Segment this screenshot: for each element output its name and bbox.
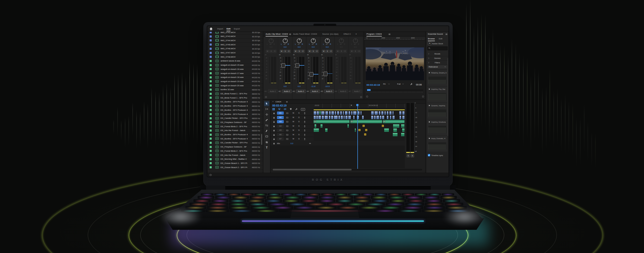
keyboard-key[interactable] <box>281 193 294 195</box>
audio-clip[interactable] <box>353 111 356 115</box>
keyboard-key[interactable] <box>211 199 228 202</box>
keyboard-key[interactable] <box>424 206 445 209</box>
track-mute-button[interactable]: M <box>293 112 294 114</box>
audio-clip[interactable] <box>389 111 391 115</box>
mixer-scroll-dot-left[interactable] <box>265 96 267 98</box>
strip-s-button[interactable]: S <box>298 50 301 53</box>
es-track-card[interactable]: Inspiring, Emotiona <box>427 120 447 135</box>
keyboard-key[interactable] <box>442 193 454 195</box>
bin-item-name[interactable]: IMG_0747.MOV <box>221 52 236 54</box>
audio-clip[interactable] <box>371 111 374 115</box>
keyboard-key[interactable] <box>254 209 278 212</box>
bin-item-name[interactable]: ES_Bonfire - SFX Producer 4 <box>221 109 248 111</box>
keyboard-key[interactable] <box>354 199 371 202</box>
keyboard-key[interactable] <box>265 199 282 202</box>
hscroll-thumb[interactable] <box>273 169 352 170</box>
bin-row[interactable]: ES_Bonfire - SFX Producer 448000 Hz <box>208 104 263 108</box>
keyboard-key[interactable] <box>268 193 280 195</box>
keyboard-key[interactable] <box>229 199 246 202</box>
mic-icon[interactable] <box>304 138 306 140</box>
play-icon[interactable] <box>428 137 430 139</box>
bin-item-name[interactable]: seagull-on-beach 17.wav <box>221 72 244 75</box>
bin-row[interactable]: ES_Candle Flicker - SFX Pro48000 Hz <box>208 141 263 145</box>
play-icon[interactable] <box>428 104 430 107</box>
strip-o-button[interactable]: O <box>315 50 319 53</box>
fit-icon[interactable] <box>309 142 311 145</box>
keyboard-key[interactable] <box>346 203 365 206</box>
keyboard-key[interactable] <box>354 196 370 199</box>
bin-item-name[interactable]: ES_Into the Forest - Jakob <box>221 154 245 156</box>
bin-row[interactable]: ES_Bonfire - SFX Producer 448000 Hz <box>208 100 263 104</box>
track-target-button[interactable]: A6 <box>277 133 284 136</box>
pan-knob[interactable] <box>283 38 288 43</box>
audio-clip[interactable] <box>393 128 397 132</box>
program-ruler[interactable]: 0100020003000 <box>364 37 425 40</box>
bin-row[interactable]: IMG_0746.MOV60.00 fps <box>208 47 263 51</box>
linked-selection-icon[interactable] <box>284 108 286 110</box>
strip-m-button[interactable]: M <box>350 50 353 53</box>
audio-clip[interactable] <box>345 116 347 119</box>
strip-name-button[interactable]: Audio 2 <box>282 90 292 93</box>
keyboard-key[interactable] <box>190 203 208 206</box>
audio-clip[interactable] <box>343 111 344 115</box>
bin-row[interactable]: ES_Into the Forest - Jakob48000 Hz <box>208 153 263 157</box>
es-track-card[interactable]: Relaxing, Dreamy, A <box>427 70 447 86</box>
strip-m-button[interactable]: M <box>280 50 283 53</box>
audio-clip[interactable]: fx <box>358 128 360 132</box>
panel-menu-icon[interactable] <box>289 33 291 35</box>
bin-row[interactable]: ES_Morning Mist - Staffan C48000 Hz <box>208 157 263 162</box>
panel-menu-icon[interactable] <box>286 101 288 103</box>
track-lane-A5[interactable]: fxfx <box>314 128 405 133</box>
program-scrubber[interactable] <box>366 90 423 91</box>
bin-row[interactable]: IMG_0743.MOV60.00 fps <box>208 34 263 39</box>
bin-item-name[interactable]: IMG_0746.MOV <box>221 47 236 50</box>
keyboard-key[interactable] <box>366 203 385 206</box>
track-solo-button[interactable]: S <box>298 129 300 131</box>
sort-select[interactable]: Relevance <box>427 65 447 69</box>
track-mute-button[interactable]: M <box>293 129 294 131</box>
keyboard-key[interactable] <box>386 203 404 206</box>
playhead-line[interactable] <box>357 104 358 169</box>
fader-track[interactable] <box>339 57 340 84</box>
tool-type[interactable]: T <box>264 145 269 150</box>
audio-clip[interactable] <box>374 116 376 119</box>
audio-clip[interactable] <box>314 124 316 128</box>
audio-clip[interactable] <box>325 128 327 132</box>
pan-knob[interactable] <box>311 38 316 43</box>
bin-row[interactable]: IMG_0745.MOV60.00 fps <box>208 42 263 47</box>
bin-item-name[interactable]: ES_Forest Birds 2 - SFX Pro <box>221 125 247 128</box>
track-lane-A6[interactable]: fx <box>314 133 405 137</box>
track-solo-button[interactable]: S <box>298 134 300 135</box>
timeline-hscrollbar[interactable] <box>272 169 422 170</box>
keyboard-key[interactable] <box>207 206 228 209</box>
bin-row[interactable]: seagull-on-beach 17.wav44100 Hz <box>208 71 263 76</box>
bin-item-name[interactable]: ES_Bonfire - SFX Producer 4 <box>221 101 248 103</box>
bin-row[interactable]: seagull-on-beach 19.wav44100 Hz <box>208 79 263 84</box>
tool-razor[interactable] <box>264 118 269 122</box>
audio-clip[interactable] <box>382 116 384 119</box>
audio-clip[interactable] <box>402 128 404 132</box>
tab-edit[interactable]: Edit <box>227 27 230 31</box>
es-track-waveform[interactable] <box>428 109 446 117</box>
audio-clip[interactable]: fx <box>364 133 369 136</box>
play-icon[interactable] <box>428 121 430 123</box>
mic-icon[interactable] <box>304 116 306 119</box>
bin-item-name[interactable]: ES_Into the Forest - Jakob <box>221 129 245 132</box>
audio-clip[interactable] <box>314 128 319 132</box>
bin-row[interactable]: seagull-on-beach 20.wav44100 Hz <box>208 83 263 88</box>
keyboard-key[interactable] <box>359 206 380 209</box>
audio-clip[interactable] <box>401 133 404 136</box>
audio-clip[interactable] <box>321 111 324 115</box>
track-lane-A2[interactable] <box>314 115 405 120</box>
tab-es-edit[interactable]: Edit <box>439 37 442 41</box>
bin-row[interactable]: ambient waves 8.wav44100 Hz <box>208 59 263 63</box>
bin-row[interactable]: ES_Into the Forest - Jakob48000 Hz <box>208 128 263 133</box>
keyboard-key[interactable] <box>405 196 422 199</box>
bin-item-name[interactable]: bonfire 32.wav <box>221 88 234 91</box>
audio-clip[interactable]: fx <box>350 120 382 123</box>
audio-clip[interactable] <box>381 111 383 115</box>
track-target-button[interactable]: A3 <box>277 120 284 123</box>
audio-clip[interactable] <box>400 116 401 119</box>
mic-icon[interactable] <box>304 112 306 115</box>
audio-clip[interactable] <box>380 116 381 119</box>
